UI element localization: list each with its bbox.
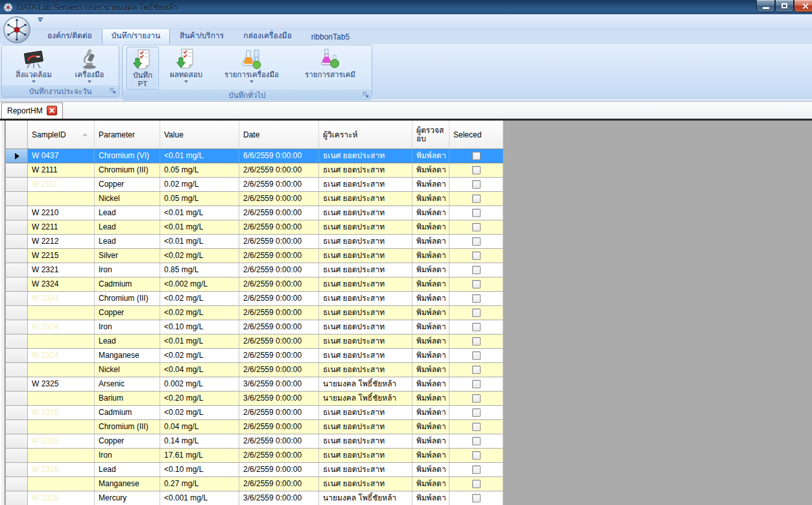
cell-checker[interactable]: พิมพ์ลดา [412, 406, 449, 420]
cell-checker[interactable]: พิมพ์ลดา [412, 420, 449, 434]
cell-parameter[interactable]: Chromium (III) [95, 163, 160, 178]
cell-date[interactable]: 2/6/2559 0:00:00 [239, 192, 319, 206]
cell-checker[interactable]: พิมพ์ลดา [412, 449, 449, 463]
row-checkbox[interactable] [472, 323, 481, 331]
tab-record-report[interactable]: บันทึก/รายงาน [102, 27, 170, 44]
cell-parameter[interactable]: Cadmium [95, 406, 160, 420]
customize-quick-access-button[interactable] [36, 18, 44, 22]
row-indicator-cell[interactable] [6, 192, 28, 206]
table-row[interactable]: W 0437Chromium (VI)<0.01 mg/L6/6/2559 0:… [6, 149, 503, 163]
row-checkbox[interactable] [472, 423, 481, 431]
cell-checker[interactable]: พิมพ์ลดา [412, 235, 449, 249]
cell-date[interactable]: 3/6/2559 0:00:00 [239, 491, 319, 505]
cell-sample-id[interactable] [28, 335, 95, 349]
cell-analyst[interactable]: ธเนศ ยอดประสาท [319, 235, 412, 249]
cell-parameter[interactable]: Chromium (III) [95, 292, 160, 306]
table-row[interactable]: Lead<0.01 mg/L2/6/2559 0:00:00ธเนศ ยอดปร… [6, 335, 503, 349]
cell-selected[interactable] [449, 491, 503, 505]
cell-analyst[interactable]: ธเนศ ยอดประสาท [319, 320, 412, 335]
cell-checker[interactable]: พิมพ์ลดา [412, 206, 449, 220]
cell-sample-id[interactable]: W 2324 [28, 349, 95, 363]
cell-checker[interactable]: พิมพ์ลดา [412, 463, 449, 477]
cell-analyst[interactable]: ธเนศ ยอดประสาท [319, 477, 412, 491]
cell-date[interactable]: 2/6/2559 0:00:00 [239, 306, 319, 320]
cell-parameter[interactable]: Lead [95, 335, 160, 349]
cell-sample-id[interactable]: W 2111 [28, 163, 95, 178]
table-row[interactable]: W 2324Chromium (III)<0.02 mg/L2/6/2559 0… [6, 292, 503, 306]
cell-sample-id[interactable] [28, 449, 95, 463]
cell-selected[interactable] [449, 178, 503, 192]
cell-date[interactable]: 2/6/2559 0:00:00 [239, 363, 319, 377]
cell-selected[interactable] [449, 349, 503, 363]
cell-parameter[interactable]: Iron [95, 263, 160, 277]
cell-checker[interactable]: พิมพ์ลดา [412, 363, 449, 377]
table-row[interactable]: W 2324Iron<0.10 mg/L2/6/2559 0:00:00ธเนศ… [6, 320, 503, 335]
cell-checker[interactable]: พิมพ์ลดา [412, 392, 449, 406]
cell-value[interactable]: 0.27 mg/L [160, 477, 239, 491]
cell-parameter[interactable]: Copper [95, 306, 160, 320]
cell-selected[interactable] [449, 249, 503, 263]
table-row[interactable]: W 2212Lead<0.01 mg/L2/6/2559 0:00:00ธเนศ… [6, 235, 503, 249]
cell-date[interactable]: 2/6/2559 0:00:00 [239, 320, 319, 335]
row-checkbox[interactable] [472, 465, 481, 474]
cell-value[interactable]: 0.02 mg/L [160, 178, 239, 192]
table-row[interactable]: W 2215Silver<0.02 mg/L2/6/2559 0:00:00ธเ… [6, 249, 503, 263]
cell-selected[interactable] [449, 206, 503, 220]
cell-parameter[interactable]: Barium [95, 392, 160, 406]
cell-sample-id[interactable]: W 2212 [28, 235, 95, 249]
cell-analyst[interactable]: ธเนศ ยอดประสาท [319, 249, 412, 263]
cell-value[interactable]: <0.01 mg/L [160, 335, 239, 349]
cell-value[interactable]: 0.85 mg/L [160, 263, 239, 277]
row-checkbox[interactable] [472, 351, 481, 360]
row-checkbox[interactable] [472, 394, 481, 403]
row-checkbox[interactable] [472, 480, 481, 488]
record-pt-button[interactable]: บันทึก PT [126, 47, 159, 89]
cell-analyst[interactable]: ธเนศ ยอดประสาท [319, 263, 412, 277]
cell-parameter[interactable]: Manganese [95, 349, 160, 363]
table-row[interactable]: Nickel0.05 mg/L2/6/2559 0:00:00ธเนศ ยอดป… [6, 192, 503, 206]
cell-sample-id[interactable]: W 2321 [28, 263, 95, 277]
row-indicator-cell[interactable] [6, 420, 28, 434]
cell-date[interactable]: 3/6/2559 0:00:00 [239, 377, 319, 392]
cell-sample-id[interactable] [28, 477, 95, 491]
cell-date[interactable]: 3/6/2559 0:00:00 [239, 392, 319, 406]
cell-analyst[interactable]: ธเนศ ยอดประสาท [319, 406, 412, 420]
table-row[interactable]: W 2324Manganese<0.02 mg/L2/6/2559 0:00:0… [6, 349, 503, 363]
cell-date[interactable]: 2/6/2559 0:00:00 [239, 335, 319, 349]
close-button[interactable] [794, 0, 812, 12]
cell-checker[interactable]: พิมพ์ลดา [412, 434, 449, 449]
dialog-launcher-icon[interactable] [363, 91, 370, 99]
cell-checker[interactable]: พิมพ์ลดา [412, 477, 449, 491]
cell-checker[interactable]: พิมพ์ลดา [412, 178, 449, 192]
row-indicator-cell[interactable] [6, 249, 28, 263]
application-menu-button[interactable] [3, 16, 31, 44]
cell-analyst[interactable]: ธเนศ ยอดประสาท [319, 463, 412, 477]
cell-sample-id[interactable] [28, 420, 95, 434]
cell-value[interactable]: <0.01 mg/L [160, 235, 239, 249]
cell-date[interactable]: 2/6/2559 0:00:00 [239, 263, 319, 277]
cell-sample-id[interactable] [28, 192, 95, 206]
cell-sample-id[interactable]: W 2324 [28, 320, 95, 335]
cell-selected[interactable] [449, 192, 503, 206]
table-row[interactable]: W 2325Mercury<0.001 mg/L3/6/2559 0:00:00… [6, 491, 503, 505]
row-checkbox[interactable] [472, 266, 481, 274]
cell-parameter[interactable]: Arsenic [95, 377, 160, 392]
cell-checker[interactable]: พิมพ์ลดา [412, 306, 449, 320]
cell-analyst[interactable]: ธเนศ ยอดประสาท [319, 178, 412, 192]
instrument-list-button[interactable]: รายการเครื่องมือ [213, 47, 290, 89]
dialog-launcher-icon[interactable] [110, 88, 117, 95]
column-header-checker[interactable]: ผู้ตรวจสอบ [412, 121, 449, 148]
cell-value[interactable]: <0.01 mg/L [160, 220, 239, 235]
column-header-parameter[interactable]: Parameter [95, 121, 160, 148]
cell-selected[interactable] [449, 449, 503, 463]
cell-parameter[interactable]: Iron [95, 449, 160, 463]
cell-checker[interactable]: พิมพ์ลดา [412, 220, 449, 235]
cell-analyst[interactable]: ธเนศ ยอดประสาท [319, 335, 412, 349]
row-checkbox[interactable] [472, 252, 481, 260]
table-row[interactable]: W 2324Cadmium<0.002 mg/L2/6/2559 0:00:00… [6, 277, 503, 292]
table-row[interactable]: W 2325Cadmium<0.02 mg/L2/6/2559 0:00:00ธ… [6, 406, 503, 420]
cell-value[interactable]: 0.14 mg/L [160, 434, 239, 449]
cell-analyst[interactable]: ธเนศ ยอดประสาท [319, 277, 412, 292]
cell-date[interactable]: 2/6/2559 0:00:00 [239, 434, 319, 449]
cell-analyst[interactable]: ธเนศ ยอดประสาท [319, 292, 412, 306]
